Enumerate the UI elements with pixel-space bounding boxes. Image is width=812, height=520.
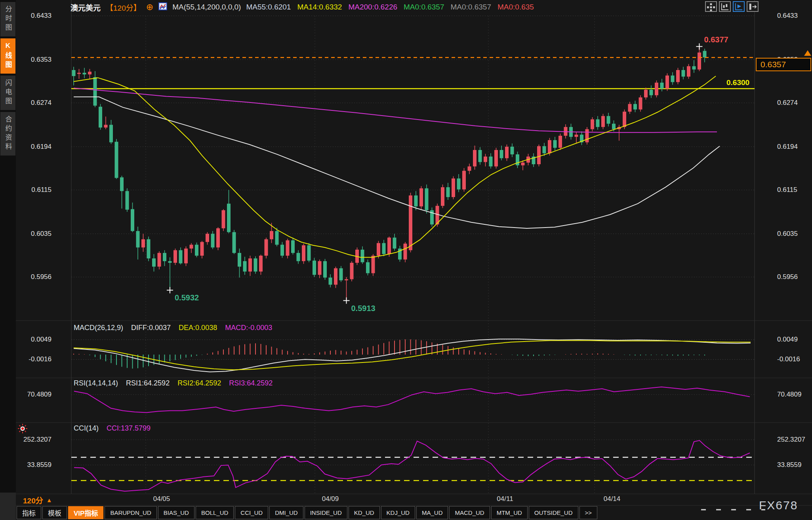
y-axis-label: 33.8559 — [777, 461, 801, 469]
period-badge: 【120分】 — [106, 2, 141, 13]
horizontal-line-label: 0.6300 — [726, 78, 749, 87]
y-axis-label: 252.3207 — [12, 436, 51, 444]
ma-value: MA55:0.6201 — [246, 3, 291, 11]
y-axis-label: 0.6035 — [12, 230, 51, 238]
period-text: 120分 — [23, 495, 43, 505]
tab-indicator[interactable]: VIP指标 — [68, 506, 103, 519]
y-axis-label: 0.6115 — [777, 186, 797, 194]
x-axis-date-label: 04/11 — [497, 495, 513, 503]
ma-value: MA14:0.6332 — [297, 3, 342, 11]
indicator-tab-bar: 指标模板VIP指标BARUPDN_UDBIAS_UDBOLL_UDCCI_UDD… — [17, 506, 597, 519]
tab-indicator[interactable]: DMI_UD — [269, 506, 303, 519]
x-axis-date-label: 04/14 — [604, 495, 621, 503]
y-axis-label: 0.5956 — [12, 273, 51, 281]
cci-title: CCI(14) — [74, 424, 99, 433]
ma-value: MA0:0.6357 — [451, 3, 491, 11]
axis-shift-icon[interactable] — [747, 1, 759, 12]
ma-value: MA0:0.635 — [497, 3, 534, 11]
period-up-arrow-icon: ▲ — [46, 497, 52, 503]
current-price-value: 0.6357 — [761, 60, 786, 69]
tab-indicator[interactable]: 指标 — [17, 506, 41, 519]
sidebar: 分时图K线图闪电图合约资料 — [0, 0, 16, 492]
sidebar-bottom-corner — [0, 493, 16, 520]
sidebar-item-active[interactable]: K线图 — [0, 38, 15, 74]
tab-indicator[interactable]: BARUPDN_UD — [105, 506, 156, 519]
chart-header: 澳元美元 【120分】 ⊕ MA(55,14,200,0,0,0) MA55:0… — [71, 2, 534, 13]
tab-indicator[interactable]: INSIDE_UD — [305, 506, 347, 519]
price-up-arrow-icon — [804, 50, 811, 56]
symbol-title: 澳元美元 — [71, 2, 101, 13]
y-axis-label: 0.6035 — [777, 230, 798, 238]
alert-sun-icon[interactable] — [17, 423, 28, 435]
y-axis-label: 0.6274 — [12, 99, 51, 107]
tab-indicator[interactable]: CCI_UD — [235, 506, 268, 519]
y-axis-label: 0.6274 — [777, 99, 798, 107]
y-axis-label: 33.8559 — [12, 461, 51, 469]
cci-header: CCI(14) CCI:137.5799 — [74, 424, 151, 433]
axis-candles-icon[interactable] — [719, 1, 731, 12]
macd-header: MACD(26,12,9) DIFF:0.0037 DEA:0.0038 MAC… — [74, 324, 272, 332]
chart-toolbar — [705, 1, 759, 12]
rsi-header: RSI(14,14,14) RSI1:64.2592 RSI2:64.2592 … — [74, 379, 273, 387]
y-axis-label: 252.3207 — [777, 436, 805, 444]
mini-chart-icon — [158, 2, 167, 13]
macd-macd-value: MACD:-0.0003 — [225, 324, 272, 332]
pan-crosshair-icon[interactable] — [705, 1, 717, 12]
y-axis-label: 0.6194 — [777, 143, 798, 151]
tab-indicator[interactable]: MTM_UD — [491, 506, 528, 519]
rsi-title: RSI(14,14,14) — [74, 379, 118, 387]
tab-scroll-more[interactable]: >> — [579, 506, 598, 519]
rsi2-value: RSI2:64.2592 — [177, 379, 221, 387]
y-axis-label: -0.0016 — [777, 355, 800, 363]
y-axis-label: 70.4809 — [777, 391, 801, 399]
y-axis-label: 0.0049 — [12, 336, 51, 344]
sidebar-item-tab[interactable]: 合约资料 — [0, 112, 15, 156]
y-axis-label: 0.6194 — [12, 143, 51, 151]
trading-app-window: 0.63770.59320.5913 分时图K线图闪电图合约资料 澳元美元 【1… — [0, 0, 812, 520]
tab-indicator[interactable]: OUTSIDE_UD — [529, 506, 578, 519]
macd-title: MACD(26,12,9) — [74, 324, 123, 332]
rsi1-value: RSI1:64.2592 — [126, 379, 170, 387]
y-axis-label: 0.0049 — [777, 336, 798, 344]
chart-canvas[interactable]: 0.63770.59320.5913 — [0, 0, 812, 520]
tab-indicator[interactable]: KDJ_UD — [381, 506, 415, 519]
axis-play-icon[interactable] — [733, 1, 745, 12]
tab-indicator[interactable]: BOLL_UD — [196, 506, 234, 519]
sidebar-item-tab[interactable]: 闪电图 — [0, 76, 15, 110]
macd-diff-value: DIFF:0.0037 — [131, 324, 171, 332]
y-axis-label: 0.6353 — [12, 56, 51, 64]
x-axis-date-label: 04/05 — [153, 495, 170, 503]
y-axis-label: 70.4809 — [12, 391, 51, 399]
cci-value: CCI:137.5799 — [107, 424, 151, 433]
y-axis-label: 0.6433 — [777, 12, 798, 20]
ma-value: MA200:0.6226 — [348, 3, 397, 11]
tab-indicator[interactable]: KD_UD — [349, 506, 380, 519]
macd-dea-value: DEA:0.0038 — [179, 324, 217, 332]
ma-values: MA55:0.6201MA14:0.6332MA200:0.6226MA0:0.… — [246, 3, 534, 11]
svg-text:0.6377: 0.6377 — [704, 35, 728, 44]
y-axis-label: 0.6433 — [12, 12, 51, 20]
y-axis-label: 0.6115 — [12, 186, 51, 194]
svg-text:0.5913: 0.5913 — [351, 304, 376, 313]
tab-indicator[interactable]: MA_UD — [416, 506, 448, 519]
tab-indicator[interactable]: BIAS_UD — [158, 506, 194, 519]
rsi3-value: RSI3:64.2592 — [229, 379, 273, 387]
current-price-box: 0.6357 — [756, 58, 811, 71]
y-axis-label: -0.0016 — [12, 355, 51, 363]
period-indicator[interactable]: 120分 ▲ — [23, 495, 52, 505]
y-axis-label: 0.5956 — [777, 273, 798, 281]
tab-indicator[interactable]: MACD_UD — [449, 506, 490, 519]
x-axis-date-label: 04/09 — [322, 495, 339, 503]
ma-settings-label: MA(55,14,200,0,0,0) — [172, 3, 241, 11]
zoom-plus-icon[interactable]: ⊕ — [146, 3, 153, 11]
watermark: FX678 — [759, 499, 798, 512]
tab-indicator[interactable]: 模板 — [42, 506, 67, 519]
sidebar-item-tab[interactable]: 分时图 — [0, 2, 15, 36]
ma-value: MA0:0.6357 — [404, 3, 444, 11]
svg-text:0.5932: 0.5932 — [175, 293, 199, 302]
